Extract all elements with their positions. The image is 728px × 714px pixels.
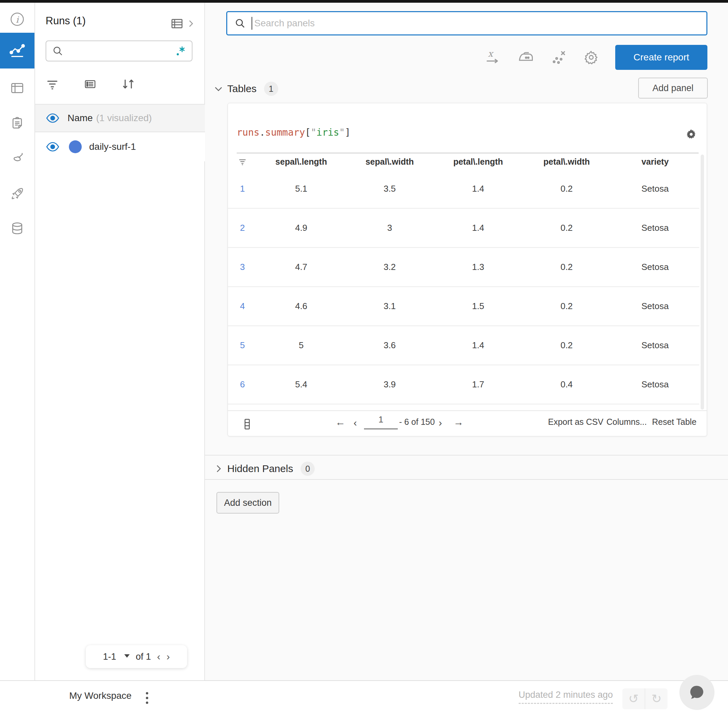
updated-timestamp[interactable]: Updated 2 minutes ago [519,690,613,704]
panel-settings-gear-icon[interactable] [684,128,698,141]
column-header[interactable]: petal\.width [522,157,611,167]
cell-value: 5 [257,340,346,351]
cell-value: 0.2 [522,183,611,194]
sort-icon[interactable] [121,77,135,91]
settings-gear-icon[interactable] [582,49,600,66]
cell-value: 5.4 [257,379,346,390]
cell-value: Setosa [611,262,699,272]
run-row[interactable]: daily-surf-1 [35,132,205,161]
add-panel-button[interactable]: Add panel [638,78,708,99]
list-settings-icon[interactable] [83,77,97,91]
page-range-label: - 6 of 150 [399,417,435,427]
nav-item-workspace-charts[interactable] [0,33,35,69]
code-dot: . [259,127,265,138]
cell-value: 3 [346,223,434,233]
last-page-button[interactable]: → [453,416,463,428]
add-section-button[interactable]: Add section [217,492,279,514]
table-scrollbar[interactable] [701,154,704,410]
search-panels-input[interactable]: Search panels [226,11,707,35]
section-divider [205,479,728,480]
eye-icon[interactable] [46,113,59,123]
runs-sidebar: Runs (1) Name (1 visualized) daily-surf-… [35,3,205,680]
cell-value: 3.2 [346,262,434,272]
main-content: Search panels x Create report Tables 1 A… [205,3,728,680]
next-page-button[interactable]: › [439,417,442,429]
runs-search-input[interactable] [45,40,193,62]
search-icon [234,17,246,29]
cell-value: 4.9 [257,223,346,233]
cell-value: Setosa [611,301,699,312]
table-row: 1 5.1 3.5 1.4 0.2 Setosa [228,170,699,209]
cell-value: 4.6 [257,301,346,312]
cell-value: 5.1 [257,183,346,194]
caret-down-icon [124,654,130,658]
cell-value: 1.5 [434,301,522,312]
table-filter-icon[interactable] [238,157,247,166]
rocket-icon[interactable] [9,185,26,202]
hidden-panels-header: Hidden Panels 0 [213,462,315,476]
workspace-name: My Workspace [69,690,132,701]
eye-icon[interactable] [46,141,59,152]
svg-text:i: i [16,15,19,25]
chevron-down-icon[interactable] [213,83,224,94]
runs-page-range[interactable]: 1-1 [103,652,116,662]
row-index-link[interactable]: 2 [228,223,257,233]
runs-next-page-button[interactable]: › [167,651,170,662]
row-index-link[interactable]: 3 [228,262,257,272]
group-label: Name [68,113,93,123]
table-row: 2 4.9 3 1.4 0.2 Setosa [228,209,699,248]
x-axis-icon[interactable]: x [484,49,502,66]
redo-button[interactable]: ↻ [645,688,668,709]
chevron-right-icon [186,18,196,28]
row-height-icon[interactable] [242,418,252,430]
filter-icon[interactable] [45,77,59,91]
expand-run-table-button[interactable] [170,16,197,31]
cell-value: 1.4 [434,340,522,351]
create-report-button[interactable]: Create report [615,45,707,70]
page-number-input[interactable]: 1 [364,414,398,429]
row-index-link[interactable]: 1 [228,183,257,194]
cell-value: 1.4 [434,223,522,233]
nav-rail: i [0,3,35,680]
column-header[interactable]: variety [611,157,699,167]
table-header-row: sepal\.lengthsepal\.widthpetal\.lengthpe… [228,153,699,170]
chevron-right-icon[interactable] [213,463,224,474]
clipboard-icon[interactable] [9,114,26,131]
hidden-panels-title: Hidden Panels [227,463,293,474]
iris-table-body: 1 5.1 3.5 1.4 0.2 Setosa 2 4.9 3 1.4 0.2… [228,170,699,405]
undo-button[interactable]: ↺ [622,688,645,709]
panel-title-code: runs.summary["iris"] [237,127,350,138]
column-header[interactable]: petal\.length [434,157,522,167]
layout-icon[interactable] [9,80,26,96]
help-chat-button[interactable] [679,675,714,710]
outliers-scatter-icon[interactable] [550,49,567,66]
run-group-header[interactable]: Name (1 visualized) [35,104,205,132]
cell-value: Setosa [611,183,699,194]
broom-icon[interactable] [9,150,26,167]
info-icon[interactable]: i [9,11,26,28]
runs-pagination: 1-1 of 1 ‹ › [86,645,187,668]
group-visualized-count: (1 visualized) [96,113,152,123]
runs-prev-page-button[interactable]: ‹ [157,651,160,662]
smoothing-iron-icon[interactable] [517,49,534,66]
columns-button[interactable]: Columns... [606,417,647,427]
code-bracket-close: ] [345,127,350,138]
top-border-bar [0,0,728,3]
code-key: iris [316,127,339,138]
column-header[interactable]: sepal\.width [346,157,434,167]
workspace-actions: x Create report [205,45,707,70]
workspace-menu-kebab-icon[interactable] [142,689,152,706]
prev-page-button[interactable]: ‹ [353,417,357,429]
reset-table-button[interactable]: Reset Table [652,417,696,427]
database-icon[interactable] [9,220,26,237]
column-header[interactable]: sepal\.length [257,157,346,167]
export-csv-button[interactable]: Export as CSV [548,417,603,427]
cell-value: 1.4 [434,183,522,194]
regex-toggle-icon[interactable] [175,45,187,57]
table-row: 5 5 3.6 1.4 0.2 Setosa [228,326,699,365]
row-index-link[interactable]: 4 [228,301,257,312]
cell-value: Setosa [611,379,699,390]
row-index-link[interactable]: 6 [228,379,257,390]
first-page-button[interactable]: ← [335,416,346,428]
row-index-link[interactable]: 5 [228,340,257,351]
